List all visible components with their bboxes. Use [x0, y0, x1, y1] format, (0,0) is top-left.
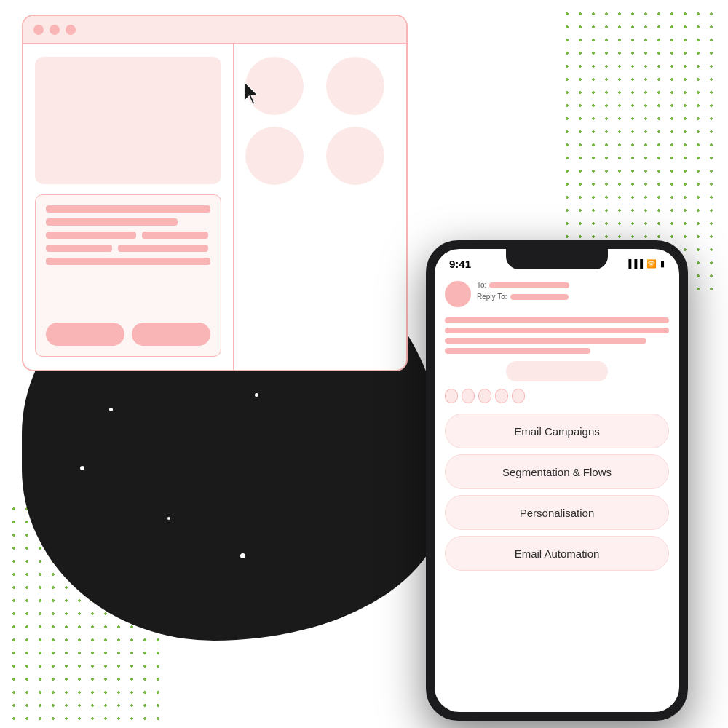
phone-screen: 9:41 ▐▐▐ 🛜 ▮ To: Reply To: [435, 249, 679, 712]
to-label: To: [477, 280, 486, 291]
feature-item-email-automation[interactable]: Email Automation [445, 536, 669, 571]
wireframe-circle-4 [326, 127, 384, 185]
email-header-row: To: Reply To: [445, 280, 669, 307]
phone-pill-2 [462, 389, 475, 403]
phone-email-compose: To: Reply To: [435, 275, 679, 317]
phone-time: 9:41 [449, 258, 471, 270]
email-replyto-line: Reply To: [477, 291, 669, 303]
wireframe-text-section [35, 194, 221, 357]
replyto-value-bar [510, 294, 569, 300]
wireframe-line-7 [46, 258, 210, 265]
phone-center-pill [506, 361, 608, 381]
feature-item-segmentation[interactable]: Segmentation & Flows [445, 454, 669, 489]
wireframe-line-5 [46, 245, 112, 252]
phone-pill-3 [478, 389, 491, 403]
replyto-label: Reply To: [477, 291, 507, 303]
email-avatar [445, 281, 471, 307]
desktop-mockup [22, 15, 408, 371]
signal-icon: ▐▐▐ [626, 259, 643, 268]
feature-label-personalisation: Personalisation [520, 507, 595, 519]
white-dot-2 [109, 408, 113, 411]
phone-pill-5 [512, 389, 525, 403]
phone-feature-list[interactable]: Email Campaigns Segmentation & Flows Per… [435, 411, 679, 574]
wifi-icon: 🛜 [646, 259, 657, 269]
phone-pills-row [435, 389, 679, 403]
white-dot-6 [255, 393, 258, 397]
wireframe-line-1 [46, 205, 210, 213]
email-fields: To: Reply To: [477, 280, 669, 303]
wireframe-line-6 [118, 245, 208, 252]
wireframe-lines-row-1 [46, 232, 210, 239]
wireframe-line-3 [46, 232, 136, 239]
cursor-icon [240, 80, 264, 109]
phone-status-icons: ▐▐▐ 🛜 ▮ [626, 259, 665, 269]
white-dot-4 [167, 517, 170, 520]
circles-grid [245, 57, 395, 185]
feature-label-email-campaigns: Email Campaigns [514, 425, 600, 438]
titlebar-dot-2 [50, 25, 60, 35]
desktop-titlebar [23, 16, 406, 44]
desktop-left-panel [23, 44, 234, 370]
phone-line-1 [445, 317, 669, 323]
phone-mockup: 9:41 ▐▐▐ 🛜 ▮ To: Reply To: [426, 240, 688, 721]
phone-notch [506, 249, 608, 269]
phone-content-lines [435, 317, 679, 354]
wireframe-circle-3 [245, 127, 304, 185]
phone-center-pill-wrap [435, 361, 679, 381]
wireframe-btn-1 [46, 323, 124, 346]
feature-item-email-campaigns[interactable]: Email Campaigns [445, 414, 669, 448]
email-to-line: To: [477, 280, 669, 291]
white-dot-5 [240, 553, 245, 558]
wireframe-button-row [46, 323, 210, 346]
wireframe-line-2 [46, 218, 178, 226]
feature-label-segmentation: Segmentation & Flows [502, 466, 612, 478]
phone-line-2 [445, 328, 669, 333]
wireframe-btn-2 [132, 323, 210, 346]
wireframe-line-4 [142, 232, 208, 239]
feature-label-email-automation: Email Automation [515, 547, 600, 560]
phone-pill-4 [495, 389, 508, 403]
white-dot-3 [80, 466, 84, 470]
titlebar-dot-1 [33, 25, 44, 35]
wireframe-image-placeholder [35, 57, 221, 184]
phone-line-3 [445, 338, 646, 344]
phone-line-4 [445, 348, 590, 354]
battery-icon: ▮ [660, 259, 665, 269]
phone-pill-1 [445, 389, 458, 403]
titlebar-dot-3 [66, 25, 76, 35]
wireframe-circle-2 [326, 57, 384, 115]
to-value-bar [489, 282, 569, 288]
wireframe-lines-row-2 [46, 245, 210, 252]
feature-item-personalisation[interactable]: Personalisation [445, 495, 669, 530]
